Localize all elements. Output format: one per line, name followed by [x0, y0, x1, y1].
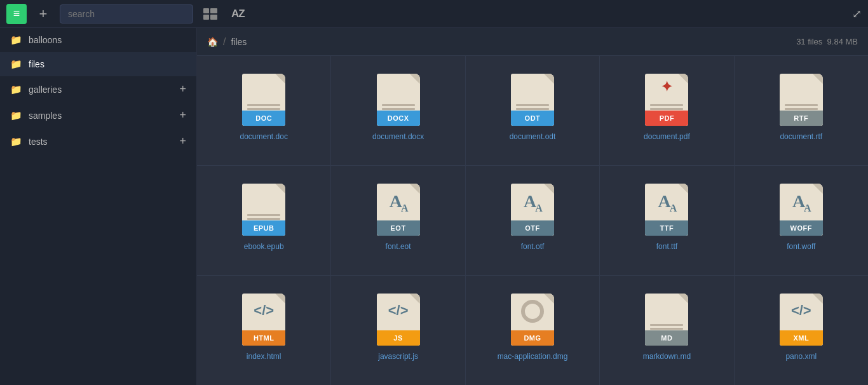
- add-galleries-button[interactable]: +: [179, 83, 186, 96]
- font-char-icon: AA: [792, 191, 810, 214]
- breadcrumb-current: files: [231, 37, 247, 47]
- file-badge: DMG: [511, 330, 554, 346]
- file-item-javascript-js[interactable]: </> JS javascript.js: [331, 276, 465, 385]
- sidebar-label-galleries: galleries: [29, 84, 173, 95]
- add-tests-button[interactable]: +: [179, 135, 186, 148]
- file-item-ebook-epub[interactable]: EPUB ebook.epub: [197, 166, 330, 275]
- sidebar-item-files[interactable]: 📁 files: [0, 52, 196, 76]
- code-char-icon: </>: [791, 302, 811, 319]
- sidebar-item-tests[interactable]: 📁 tests +: [0, 128, 196, 154]
- file-name: font.otf: [472, 242, 593, 251]
- home-breadcrumb[interactable]: 🏠: [207, 37, 218, 47]
- sidebar-label-files: files: [29, 59, 186, 69]
- folder-icon-samples: 📁: [10, 110, 22, 121]
- file-badge: EPUB: [242, 220, 285, 236]
- file-name: font.ttf: [606, 242, 727, 251]
- search-input[interactable]: [60, 4, 193, 24]
- file-name: document.odt: [472, 132, 593, 141]
- file-grid: DOC document.doc DOCX document.docx: [197, 56, 868, 385]
- file-name: document.doc: [203, 132, 324, 141]
- file-badge: TTF: [645, 220, 688, 236]
- expand-icon[interactable]: ⤢: [852, 7, 862, 21]
- file-item-font-ttf[interactable]: AA TTF font.ttf: [600, 166, 733, 275]
- file-item-mac-application-dmg[interactable]: DMG mac-application.dmg: [466, 276, 599, 385]
- svg-rect-3: [210, 15, 217, 20]
- breadcrumb-bar: 🏠 / files 31 files 9.84 MB: [197, 28, 868, 56]
- file-name: ebook.epub: [203, 242, 324, 251]
- sidebar-item-balloons[interactable]: 📁 balloons: [0, 28, 196, 52]
- font-char-icon: AA: [524, 191, 541, 214]
- add-samples-button[interactable]: +: [179, 109, 186, 122]
- file-badge: ODT: [511, 111, 554, 126]
- font-char-icon: AA: [658, 191, 675, 214]
- svg-rect-1: [210, 8, 217, 13]
- file-item-font-eot[interactable]: AA EOT font.eot: [331, 166, 465, 275]
- file-badge: WOFF: [780, 220, 823, 236]
- file-name: javascript.js: [337, 352, 458, 361]
- file-item-font-otf[interactable]: AA OTF font.otf: [466, 166, 599, 275]
- add-button[interactable]: +: [33, 4, 53, 24]
- svg-rect-0: [203, 8, 209, 13]
- file-item-document-docx[interactable]: DOCX document.docx: [331, 56, 465, 165]
- file-badge: MD: [645, 330, 688, 346]
- file-name: pano.xml: [741, 352, 862, 361]
- file-badge: HTML: [242, 330, 285, 346]
- file-item-markdown-md[interactable]: MD markdown.md: [600, 276, 733, 385]
- file-badge: EOT: [377, 220, 420, 236]
- sidebar-label-samples: samples: [29, 111, 173, 121]
- grid-view-icon[interactable]: [200, 6, 221, 22]
- file-badge: OTF: [511, 220, 554, 236]
- font-char-icon: AA: [390, 191, 407, 214]
- sidebar-item-samples[interactable]: 📁 samples +: [0, 102, 196, 128]
- topbar: ≡ + AZ ⤢: [0, 0, 868, 28]
- file-badge: DOC: [242, 111, 285, 126]
- file-item-document-rtf[interactable]: RTF document.rtf: [735, 56, 868, 165]
- file-item-document-doc[interactable]: DOC document.doc: [197, 56, 330, 165]
- code-char-icon: </>: [388, 302, 409, 319]
- file-name: document.docx: [337, 132, 458, 141]
- file-name: markdown.md: [606, 352, 727, 361]
- main-layout: 📁 balloons 📁 files 📁 galleries + 📁 sampl…: [0, 28, 868, 385]
- folder-icon-galleries: 📁: [10, 84, 22, 95]
- file-badge: JS: [377, 330, 420, 346]
- file-item-pano-xml[interactable]: </> XML pano.xml: [735, 276, 868, 385]
- file-item-document-odt[interactable]: ODT document.odt: [466, 56, 599, 165]
- file-name: document.pdf: [606, 132, 727, 141]
- sidebar: 📁 balloons 📁 files 📁 galleries + 📁 sampl…: [0, 28, 197, 385]
- sort-icon[interactable]: AZ: [227, 5, 248, 23]
- folder-icon: 📁: [10, 34, 22, 46]
- file-count: 31 files 9.84 MB: [796, 37, 858, 46]
- file-badge: RTF: [780, 111, 823, 126]
- file-item-font-woff[interactable]: AA WOFF font.woff: [735, 166, 868, 275]
- folder-icon-files: 📁: [10, 58, 22, 70]
- file-name: document.rtf: [741, 132, 862, 141]
- file-badge: DOCX: [377, 111, 420, 126]
- file-name: index.html: [203, 352, 324, 361]
- dmg-circle-icon: [521, 300, 544, 323]
- sidebar-item-galleries[interactable]: 📁 galleries +: [0, 76, 196, 102]
- sidebar-label-balloons: balloons: [29, 35, 186, 45]
- file-badge: PDF: [645, 111, 688, 126]
- sidebar-label-tests: tests: [29, 137, 173, 147]
- svg-rect-2: [203, 15, 209, 20]
- file-badge: XML: [780, 330, 823, 346]
- code-char-icon: </>: [254, 302, 274, 319]
- menu-button[interactable]: ≡: [6, 4, 27, 24]
- breadcrumb-separator: /: [223, 36, 226, 48]
- file-item-document-pdf[interactable]: ✦ PDF document.pdf: [600, 56, 733, 165]
- file-name: mac-application.dmg: [472, 352, 593, 361]
- folder-icon-tests: 📁: [10, 136, 22, 147]
- file-name: font.woff: [741, 242, 862, 251]
- file-item-index-html[interactable]: </> HTML index.html: [197, 276, 330, 385]
- content-area: 🏠 / files 31 files 9.84 MB DO: [197, 28, 868, 385]
- file-name: font.eot: [337, 242, 458, 251]
